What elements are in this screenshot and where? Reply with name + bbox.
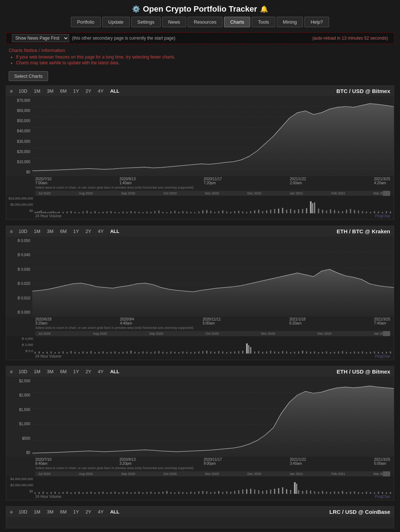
svg-rect-251	[214, 492, 215, 494]
svg-rect-256	[234, 491, 235, 494]
svg-rect-260	[250, 489, 251, 494]
svg-rect-63	[230, 212, 231, 213]
pingchar-btc[interactable]: PingChar	[375, 214, 390, 218]
tf-3m[interactable]: 3M	[47, 88, 53, 94]
svg-rect-268	[282, 487, 283, 494]
svg-rect-259	[246, 489, 247, 494]
gear-icon[interactable]: ⚙️	[132, 5, 140, 13]
nav-news[interactable]: News	[162, 17, 187, 27]
svg-rect-241	[174, 492, 175, 494]
notice-title[interactable]: Charts Notice / Information	[9, 48, 391, 53]
chart-area-btc[interactable]: $70,000 $60,000 $50,000 $40,000 $30,000 …	[6, 96, 394, 176]
svg-rect-173	[282, 351, 283, 354]
tf-1m[interactable]: 1M	[34, 88, 40, 94]
tf3-10d[interactable]: 10D	[19, 369, 27, 374]
svg-rect-81	[302, 209, 303, 213]
tf2-6m[interactable]: 6M	[60, 229, 67, 234]
chart-area-eth-usd[interactable]: $2,500 $2,000 $1,500 $1,000 $500 $0	[6, 377, 394, 457]
chart-menu-icon[interactable]: ≡	[10, 88, 13, 94]
chart-menu-icon-3[interactable]: ≡	[10, 369, 13, 375]
svg-rect-164	[248, 345, 249, 354]
preview-bar-btc[interactable]: Jul 2020 Aug 2020 Sep 2020 Oct 2020 Nov …	[35, 191, 390, 196]
tf2-3m[interactable]: 3M	[47, 229, 53, 234]
svg-rect-40	[138, 212, 139, 213]
chart-area-eth-btc[interactable]: B 0.050 B 0.040 B 0.030 B 0.020 B 0.010 …	[6, 237, 394, 317]
svg-rect-25	[79, 212, 80, 213]
tf3-all[interactable]: ALL	[110, 369, 119, 374]
svg-rect-265	[270, 489, 271, 494]
tf4-6m[interactable]: 6M	[60, 509, 67, 515]
svg-rect-11	[40, 210, 41, 213]
nav-help[interactable]: Help?	[304, 17, 329, 27]
tf4-2y[interactable]: 2Y	[85, 509, 91, 515]
tf-1y[interactable]: 1Y	[73, 88, 79, 94]
svg-rect-51	[182, 211, 183, 213]
svg-rect-110	[35, 352, 36, 354]
bell-icon[interactable]: 🔔	[260, 5, 268, 13]
start-page-select[interactable]: Show News Page First Show Charts Page Fi…	[12, 34, 69, 42]
tf-4y[interactable]: 4Y	[98, 88, 104, 94]
volume-svg-eth-usd	[35, 476, 394, 494]
tf2-all[interactable]: ALL	[110, 229, 119, 234]
svg-rect-14	[47, 212, 48, 213]
svg-rect-13	[44, 211, 45, 213]
svg-rect-220	[91, 492, 92, 494]
svg-rect-221	[95, 492, 96, 494]
svg-rect-62	[226, 211, 227, 213]
tf2-1m[interactable]: 1M	[34, 229, 40, 234]
chart-menu-icon-2[interactable]: ≡	[10, 229, 13, 234]
svg-rect-271	[294, 482, 296, 494]
chart-pair-eth-btc: ETH / BTC @ Kraken	[337, 228, 390, 234]
svg-rect-114	[51, 351, 52, 354]
nav-tools[interactable]: Tools	[252, 17, 275, 27]
chart-menu-icon-4[interactable]: ≡	[10, 509, 13, 515]
svg-rect-124	[91, 351, 92, 354]
tf-all[interactable]: ALL	[110, 88, 119, 94]
svg-rect-17	[52, 211, 53, 213]
tf4-4y[interactable]: 4Y	[98, 509, 104, 515]
svg-rect-245	[190, 492, 191, 494]
svg-rect-293	[378, 492, 379, 494]
preview-bar-eth-usd[interactable]: Jul 2020 Aug 2020 Sep 2020 Oct 2020 Nov …	[35, 471, 390, 476]
pingchar-eth-usd[interactable]: PingChar	[375, 495, 390, 499]
nav-mining[interactable]: Mining	[277, 17, 303, 27]
tf3-4y[interactable]: 4Y	[98, 369, 104, 374]
tf4-all[interactable]: ALL	[110, 509, 119, 515]
nav-update[interactable]: Update	[102, 17, 130, 27]
svg-rect-294	[382, 492, 383, 494]
tf3-1m[interactable]: 1M	[34, 369, 40, 374]
svg-rect-262	[258, 490, 259, 494]
nav-resources[interactable]: Resources	[188, 17, 223, 27]
tf2-1y[interactable]: 1Y	[73, 229, 79, 234]
svg-rect-289	[362, 492, 363, 494]
tf-10d[interactable]: 10D	[19, 88, 27, 94]
tf3-1y[interactable]: 1Y	[73, 369, 79, 374]
svg-rect-167	[258, 351, 259, 354]
nav-charts[interactable]: Charts	[224, 17, 250, 27]
pingchar-eth-btc[interactable]: PingChar	[375, 354, 390, 358]
svg-rect-22	[67, 211, 68, 213]
tf4-10d[interactable]: 10D	[19, 509, 27, 515]
tf2-2y[interactable]: 2Y	[85, 229, 91, 234]
nav-settings[interactable]: Settings	[131, 17, 161, 27]
svg-rect-78	[290, 209, 291, 213]
tf2-10d[interactable]: 10D	[19, 229, 27, 234]
svg-rect-66	[242, 211, 243, 213]
tf4-1y[interactable]: 1Y	[73, 509, 79, 515]
select-charts-button[interactable]: Select Charts	[9, 71, 48, 81]
tf4-1m[interactable]: 1M	[34, 509, 40, 515]
tf3-3m[interactable]: 3M	[47, 369, 53, 374]
svg-rect-133	[126, 351, 127, 354]
tf2-4y[interactable]: 4Y	[98, 229, 104, 234]
svg-rect-127	[103, 351, 104, 354]
tf-6m[interactable]: 6M	[60, 88, 67, 94]
tf-2y[interactable]: 2Y	[85, 88, 91, 94]
chart-timeframes: 10D 1M 3M 6M 1Y 2Y 4Y ALL	[19, 88, 119, 94]
tf3-2y[interactable]: 2Y	[85, 369, 91, 374]
preview-bar-eth-btc[interactable]: Jul 2020 Aug 2020 Sep 2020 Oct 2020 Nov …	[35, 331, 390, 336]
tf4-3m[interactable]: 3M	[47, 509, 53, 515]
svg-rect-50	[178, 212, 179, 213]
chart-timeframes-3: 10D 1M 3M 6M 1Y 2Y 4Y ALL	[19, 369, 119, 374]
tf3-6m[interactable]: 6M	[60, 369, 67, 374]
nav-portfolio[interactable]: Portfolio	[71, 17, 101, 27]
